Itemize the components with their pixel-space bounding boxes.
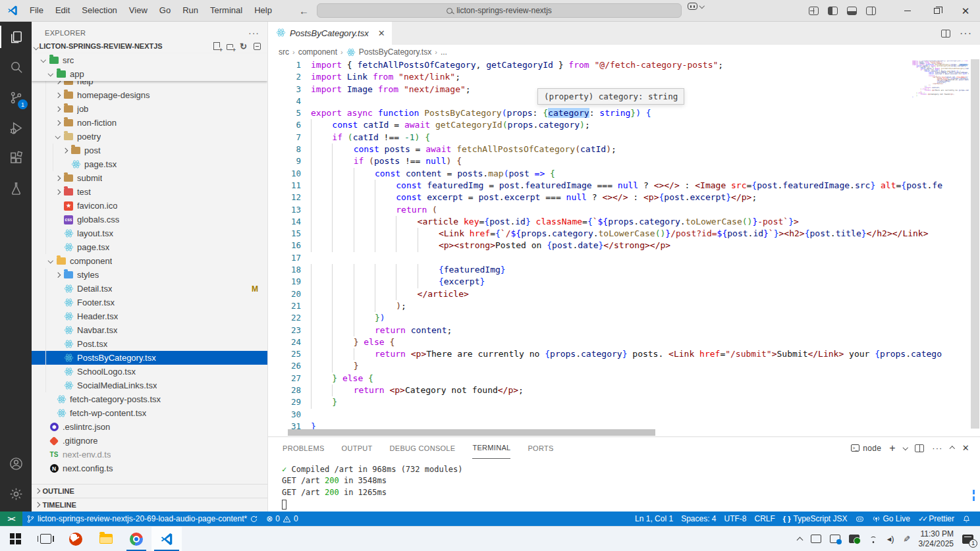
tree-item-favicon-ico[interactable]: ★favicon.ico — [32, 199, 267, 213]
tree-item-page-tsx[interactable]: page.tsx — [32, 157, 267, 171]
breadcrumb-item[interactable]: PostsByCategory.tsx — [359, 47, 431, 57]
panel-tab-problems[interactable]: PROBLEMS — [283, 437, 325, 459]
tree-item-submit[interactable]: submit — [32, 171, 267, 185]
tree-item-socialmedialinks-tsx[interactable]: SocialMediaLinks.tsx — [32, 379, 267, 392]
tree-item-postsbycategory-tsx[interactable]: PostsByCategory.tsx — [32, 351, 267, 365]
panel-tab-debug-console[interactable]: DEBUG CONSOLE — [390, 437, 456, 459]
panel-tab-ports[interactable]: PORTS — [528, 437, 553, 459]
split-editor-icon[interactable] — [941, 30, 950, 38]
status-indentation[interactable]: Spaces: 4 — [677, 512, 720, 526]
panel-more-actions-icon[interactable]: ··· — [932, 443, 942, 453]
pen-icon[interactable]: ✎ — [902, 535, 912, 542]
close-panel-icon[interactable]: ✕ — [962, 443, 969, 453]
code-line-21[interactable]: 21 ); — [268, 300, 980, 312]
code-line-2[interactable]: 2import Link from "next/link"; — [268, 71, 980, 83]
maximize-panel-icon[interactable] — [950, 446, 955, 452]
minimap[interactable]: import { fetchAllPostsOfCategory, getCat… — [912, 61, 969, 426]
code-line-18[interactable]: 18 {featuredImg} — [268, 264, 980, 276]
status-encoding[interactable]: UTF-8 — [721, 512, 751, 526]
tree-item-footer-tsx[interactable]: Footer.tsx — [32, 296, 267, 309]
tree-item-navbar-tsx[interactable]: Navbar.tsx — [32, 323, 267, 337]
menu-run[interactable]: Run — [177, 0, 204, 21]
toggle-panel-icon[interactable] — [847, 7, 857, 15]
restore-button[interactable] — [922, 0, 951, 22]
new-file-icon[interactable] — [213, 42, 220, 50]
code-line-20[interactable]: 20 </article> — [268, 288, 980, 300]
notification-center-icon[interactable]: 1 — [962, 535, 973, 544]
code-line-14[interactable]: 14 <article key={post.id} className={`${… — [268, 216, 980, 228]
code-line-12[interactable]: 12 const excerpt = post.excerpt === null… — [268, 192, 980, 203]
problems-item[interactable]: ⊗ 0 0 — [262, 512, 302, 526]
panel-tab-output[interactable]: OUTPUT — [342, 437, 373, 459]
code-line-27[interactable]: 27 } else { — [268, 373, 980, 384]
copilot-titlebar-button[interactable] — [688, 3, 704, 10]
tab-postsbycategory[interactable]: PostsByCategory.tsx ✕ — [268, 22, 392, 45]
explorer-more-actions-icon[interactable]: ··· — [248, 28, 259, 38]
timeline-section[interactable]: TIMELINE — [32, 498, 267, 512]
code-line-13[interactable]: 13 return ( — [268, 204, 980, 216]
code-line-28[interactable]: 28 return <p>Category not found</p>; — [268, 384, 980, 396]
code-line-30[interactable]: 30 — [268, 409, 980, 421]
activity-run-debug-icon[interactable] — [0, 113, 32, 143]
taskbar-clock[interactable]: 11:30 PM 3/24/2025 — [919, 529, 954, 549]
breadcrumb-item[interactable]: component — [298, 47, 337, 57]
tab-close-icon[interactable]: ✕ — [378, 28, 385, 38]
code-line-8[interactable]: 8 const posts = await fetchAllPostsOfCat… — [268, 144, 980, 155]
breadcrumb-item[interactable]: ... — [441, 47, 447, 57]
vertical-scrollbar[interactable] — [970, 59, 980, 429]
code-line-29[interactable]: 29 } — [268, 396, 980, 408]
menu-selection[interactable]: Selection — [76, 0, 122, 21]
menu-file[interactable]: File — [24, 0, 49, 21]
start-button[interactable] — [0, 527, 30, 551]
status-language-mode[interactable]: { }TypeScript JSX — [779, 512, 852, 526]
tree-item--gitignore[interactable]: .gitignore — [32, 434, 267, 448]
tray-security-icon[interactable] — [849, 535, 859, 543]
tree-item-next-config-ts[interactable]: Nnext.config.ts — [32, 461, 267, 475]
command-center-search[interactable]: licton-springs-review-nextjs — [317, 3, 682, 18]
code-line-17[interactable]: 17 — [268, 252, 980, 264]
customize-layout-icon[interactable] — [809, 7, 819, 15]
outline-section[interactable]: OUTLINE — [32, 484, 267, 498]
snipping-tool-icon[interactable] — [61, 527, 91, 551]
tree-item-component[interactable]: component — [32, 254, 267, 268]
toggle-secondary-sidebar-icon[interactable] — [866, 7, 876, 15]
refresh-explorer-icon[interactable]: ↻ — [240, 42, 247, 51]
status-eol[interactable]: CRLF — [751, 512, 779, 526]
tree-item-post-tsx[interactable]: Post.tsx — [32, 337, 267, 351]
remote-indicator[interactable]: >< — [0, 512, 22, 526]
tree-item-poetry[interactable]: poetry — [32, 130, 267, 144]
code-line-9[interactable]: 9 if (posts !== null) { — [268, 155, 980, 167]
code-line-6[interactable]: 6 const catId = await getCategoryId(prop… — [268, 119, 980, 131]
toggle-primary-sidebar-icon[interactable] — [828, 7, 838, 15]
terminal-shell-item[interactable]: >_ node — [851, 444, 881, 453]
tree-item-src[interactable]: src — [32, 53, 267, 67]
tree-item-fetch-wp-content-tsx[interactable]: fetch-wp-content.tsx — [32, 406, 267, 420]
collapse-folders-icon[interactable] — [254, 43, 261, 50]
code-line-15[interactable]: 15 <Link href={`/${props.category.toLowe… — [268, 228, 980, 240]
activity-extensions-icon[interactable] — [0, 143, 32, 173]
tray-display-icon[interactable] — [811, 535, 821, 543]
vscode-taskbar-icon[interactable] — [151, 527, 182, 551]
status-copilot[interactable] — [852, 512, 868, 526]
volume-icon[interactable]: ◂) — [887, 534, 894, 544]
file-explorer-icon[interactable] — [91, 527, 121, 551]
tree-item-next-env-d-ts[interactable]: TSnext-env.d.ts — [32, 448, 267, 461]
activity-explorer-icon[interactable] — [0, 22, 32, 52]
breadcrumb-item[interactable]: src — [279, 47, 289, 57]
tray-expand-icon[interactable] — [796, 537, 803, 544]
tree-item-help[interactable]: help — [32, 81, 267, 88]
code-line-26[interactable]: 26 } — [268, 360, 980, 372]
tree-item-styles[interactable]: styles — [32, 268, 267, 282]
code-line-1[interactable]: 1import { fetchAllPostsOfCategory, getCa… — [268, 59, 980, 71]
tree-item-homepage-designs[interactable]: homepage-designs — [32, 88, 267, 102]
code-editor[interactable]: 1import { fetchAllPostsOfCategory, getCa… — [268, 59, 980, 436]
tree-item-detail-tsx[interactable]: Detail.tsxM — [32, 282, 267, 296]
menu-help[interactable]: Help — [248, 0, 278, 21]
code-line-23[interactable]: 23 return content; — [268, 325, 980, 336]
code-line-22[interactable]: 22 }) — [268, 312, 980, 324]
code-line-7[interactable]: 7 if (catId !== -1) { — [268, 132, 980, 144]
panel-tab-terminal[interactable]: TERMINAL — [472, 437, 510, 459]
tree-item--eslintrc-json[interactable]: ⬢.eslintrc.json — [32, 420, 267, 434]
account-icon[interactable] — [0, 448, 32, 479]
terminal-dropdown-icon[interactable] — [903, 445, 908, 450]
